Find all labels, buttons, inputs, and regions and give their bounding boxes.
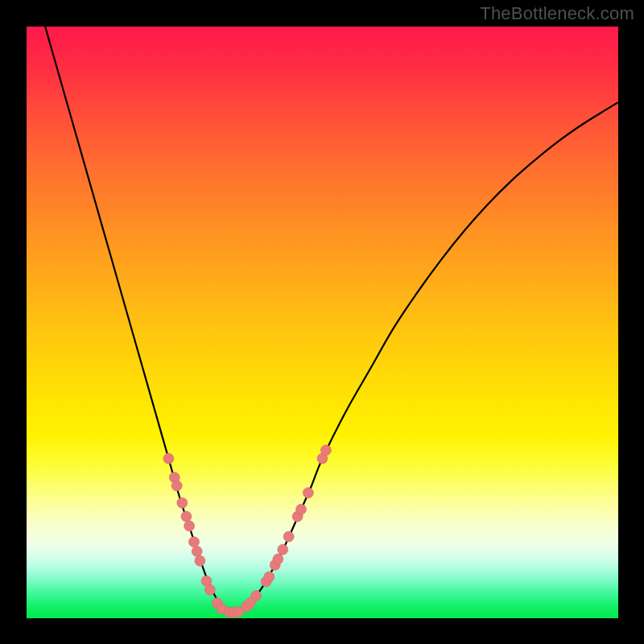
data-marker [184,521,195,531]
plot-area [27,27,618,618]
data-markers-group [163,445,332,617]
data-marker [189,537,200,547]
data-marker [163,453,174,464]
chart-frame: TheBottleneck.com [0,0,644,644]
data-marker [181,511,192,522]
data-marker [177,497,188,508]
data-marker [283,531,294,542]
data-marker [204,584,215,595]
data-marker [264,572,275,582]
chart-svg [27,27,618,618]
data-marker [171,481,182,491]
watermark-text: TheBottleneck.com [480,3,634,24]
data-marker [303,488,313,498]
data-marker [296,504,307,514]
data-marker [251,591,262,601]
bottleneck-curve [27,27,618,613]
data-marker [273,554,283,564]
data-marker [195,555,205,566]
data-marker [278,544,288,555]
data-marker [192,546,202,556]
data-marker [320,445,331,456]
